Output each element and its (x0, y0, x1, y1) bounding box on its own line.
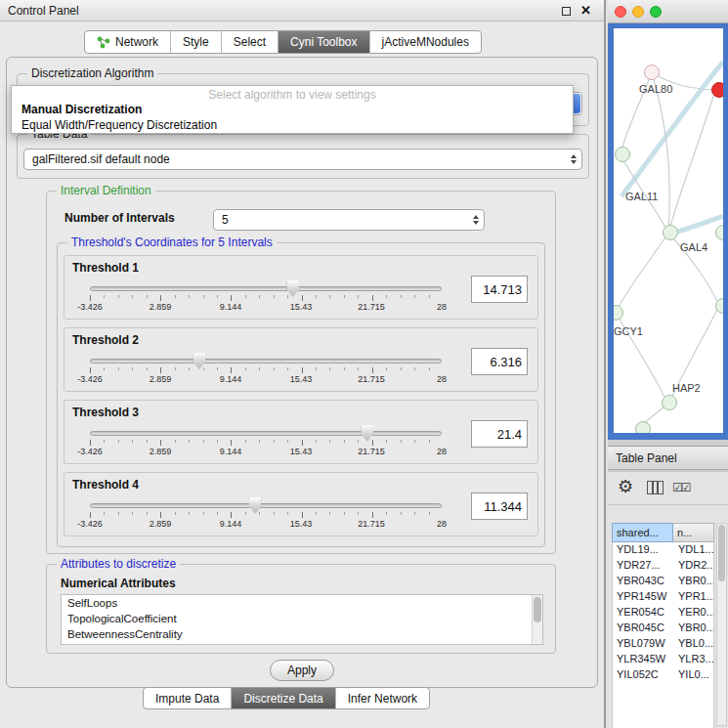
table-cell[interactable]: YDL1... (674, 542, 713, 558)
threshold-2-label: Threshold 2 (72, 333, 139, 347)
table-row[interactable]: YIL052CYIL0... (613, 667, 713, 683)
tick-label: 21.715 (358, 302, 385, 312)
list-item[interactable]: TopologicalCoefficient (62, 611, 542, 626)
close-traffic-light-icon[interactable] (615, 6, 626, 18)
tab-network[interactable]: Network (85, 31, 170, 53)
dropdown-placeholder: Select algorithm to view settings (12, 86, 573, 102)
tick-label: 15.43 (290, 302, 313, 312)
combobox-arrows-icon (473, 215, 479, 225)
table-row[interactable]: YDL19...YDL1... (613, 542, 713, 558)
control-panel: Control Panel ✕ Network Style Select Cyn… (0, 0, 606, 728)
table-cell[interactable]: YBR0... (674, 621, 713, 636)
minimize-traffic-light-icon[interactable] (632, 6, 644, 18)
dropdown-option-manual[interactable]: Manual Discretization (12, 102, 573, 117)
tab-style[interactable]: Style (170, 31, 221, 53)
select-columns-checkboxes-icon[interactable]: ☑☑ (672, 481, 690, 494)
threshold-2-value-input[interactable] (471, 348, 528, 375)
table-row[interactable]: YLR345WYLR3... (613, 652, 713, 667)
list-item[interactable]: SelfLoops (62, 595, 542, 611)
table-data-combobox[interactable]: galFiltered.sif default node (23, 149, 582, 170)
threshold-4-label: Threshold 4 (72, 478, 139, 492)
tab-jactivemodules[interactable]: jActiveMNodules (369, 31, 481, 53)
threshold-1-label: Threshold 1 (72, 261, 139, 275)
tick-label: 9.144 (220, 447, 242, 456)
table-cell[interactable]: YPR1... (674, 589, 713, 605)
columns-icon[interactable] (647, 481, 664, 494)
table-cell[interactable]: YIL0... (674, 667, 713, 683)
gear-icon[interactable]: ⚙ (618, 476, 633, 497)
table-cell[interactable]: YBR045C (613, 621, 674, 636)
tab-discretize-data[interactable]: Discretize Data (231, 688, 334, 708)
tick-label: 21.715 (358, 519, 385, 529)
table-cell[interactable]: YLR345W (613, 652, 674, 667)
close-icon[interactable]: ✕ (580, 3, 591, 18)
table-cell[interactable]: YIL052C (613, 667, 674, 683)
threshold-4-slider[interactable] (90, 503, 442, 508)
number-of-intervals-combobox[interactable]: 5 (213, 209, 485, 231)
attributes-list[interactable]: SelfLoops TopologicalCoefficient Between… (61, 594, 543, 645)
tab-select[interactable]: Select (221, 31, 278, 53)
threshold-3-label: Threshold 3 (72, 406, 139, 419)
table-scrollbar[interactable] (716, 523, 727, 726)
list-item[interactable]: BetweennessCentrality (62, 626, 542, 642)
tab-impute-data[interactable]: Impute Data (144, 688, 231, 708)
threshold-1-slider[interactable] (90, 286, 442, 291)
network-canvas[interactable]: GAL80 GAL11 GAL4 GCY1 HAP2 (614, 28, 723, 433)
threshold-4-value-input[interactable] (471, 492, 528, 520)
tab-infer-network[interactable]: Infer Network (335, 688, 429, 708)
column-header-name[interactable]: n... (673, 523, 714, 542)
table-cell[interactable]: YBR0... (674, 574, 713, 589)
tab-cyni-toolbox[interactable]: Cyni Toolbox (278, 31, 368, 53)
slider-ticks (90, 440, 443, 446)
table-cell[interactable]: YDR27... (613, 558, 674, 574)
threshold-2-slider[interactable] (90, 359, 442, 364)
thresholds-group: Threshold's Coordinates for 5 Intervals … (57, 242, 545, 547)
zoom-traffic-light-icon[interactable] (650, 6, 662, 18)
table-cell[interactable]: YBL079W (613, 636, 674, 652)
network-node[interactable] (663, 225, 678, 240)
tab-jactivemodules-label: jActiveMNodules (382, 35, 469, 49)
table-rows: YDL19...YDL1... YDR27...YDR2... YBR043CY… (612, 542, 714, 728)
table-cell[interactable]: YDR2... (674, 558, 713, 574)
scrollbar-thumb[interactable] (534, 597, 541, 622)
apply-button[interactable]: Apply (270, 660, 334, 681)
network-node-selected[interactable] (711, 82, 723, 98)
tick-label: 2.859 (150, 447, 172, 456)
table-cell[interactable]: YBR043C (613, 574, 674, 589)
tick-label: 21.715 (358, 374, 385, 384)
table-row[interactable]: YBR043CYBR0... (613, 574, 713, 589)
dropdown-option-equal-width[interactable]: Equal Width/Frequency Discretization (12, 117, 573, 133)
column-header-shared-name[interactable]: shared... (612, 523, 673, 542)
top-tab-bar: Network Style Select Cyni Toolbox jActiv… (84, 30, 482, 54)
network-node[interactable] (615, 147, 630, 162)
network-node[interactable] (635, 421, 651, 433)
slider-tick-labels: -3.426 2.859 9.144 15.43 21.715 28 (90, 447, 442, 457)
table-cell[interactable]: YLR3... (674, 652, 713, 667)
table-toolbar: ⚙ ☑☑ (608, 472, 728, 505)
table-row[interactable]: YDR27...YDR2... (613, 558, 713, 574)
table-row[interactable]: YER054CYER0... (613, 605, 713, 621)
node-label: GCY1 (614, 325, 643, 337)
network-node[interactable] (644, 64, 660, 80)
network-node[interactable] (662, 395, 677, 410)
table-cell[interactable]: YBL0... (674, 636, 713, 652)
float-window-icon[interactable] (562, 7, 571, 16)
number-of-intervals-value: 5 (222, 213, 229, 227)
table-cell[interactable]: YER054C (613, 605, 674, 621)
table-row[interactable]: YBR045CYBR0... (613, 621, 713, 636)
threshold-3-slider[interactable] (90, 431, 442, 436)
tick-label: -3.426 (77, 447, 103, 456)
threshold-1-value-input[interactable] (471, 276, 528, 303)
interval-definition-title: Interval Definition (57, 184, 155, 197)
table-row[interactable]: YPR145WYPR1... (613, 589, 713, 605)
table-cell[interactable]: YPR145W (613, 589, 674, 605)
threshold-3-value-input[interactable] (471, 420, 528, 448)
list-scrollbar[interactable] (532, 595, 542, 644)
table-row[interactable]: YBL079WYBL0... (613, 636, 713, 652)
network-icon (97, 36, 110, 49)
scrollbar-thumb[interactable] (718, 525, 725, 581)
table-cell[interactable]: YDL19... (613, 542, 674, 558)
node-label: GAL80 (639, 83, 672, 95)
tab-infer-network-label: Infer Network (348, 692, 417, 706)
table-cell[interactable]: YER0... (674, 605, 713, 621)
